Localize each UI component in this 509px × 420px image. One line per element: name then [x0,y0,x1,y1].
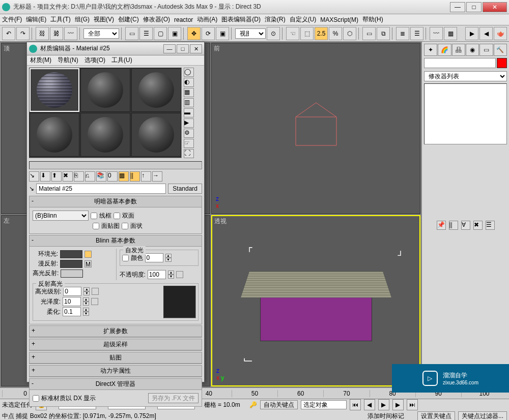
goto-start-button[interactable]: ⏮ [350,399,361,410]
menu-reactor[interactable]: reactor [174,16,193,23]
material-type-button[interactable]: Standard [168,184,202,194]
menu-file[interactable]: 文件(F) [2,15,22,24]
face-map-checkbox[interactable] [93,223,99,229]
rollout-dynamics[interactable]: +动力学属性 [30,366,202,377]
specular-color-swatch[interactable] [61,269,83,278]
make-preview-button[interactable]: ▶ [184,118,194,128]
faceted-checkbox[interactable] [122,223,128,229]
quick-render-button[interactable]: 🫖 [494,27,507,40]
shader-type-select[interactable]: (B)Blinn [33,211,89,221]
goto-end-button[interactable]: ⏭ [407,399,418,410]
material-editor-button[interactable]: ▶ [465,27,478,40]
make-copy-button[interactable]: ⎘ [74,171,84,182]
render-scene-button[interactable]: ◀ [479,27,493,40]
motion-tab[interactable]: ◉ [466,44,479,56]
self-illum-color-checkbox[interactable] [122,255,129,261]
percent-snap-button[interactable]: % [329,27,342,40]
spec-level-map-button[interactable] [92,288,99,295]
put-to-library-button[interactable]: 📚 [96,171,106,182]
play-button[interactable]: ▶ [378,399,389,410]
menu-animation[interactable]: 动画(A) [197,15,217,24]
undo-button[interactable]: ↶ [2,27,15,40]
menu-create[interactable]: 创建(C) [118,15,139,24]
rollout-supersample[interactable]: +超级采样 [30,339,202,350]
spinner-snap-button[interactable]: ⬡ [343,27,356,40]
show-end-result-button[interactable]: || [130,171,140,182]
glossiness-map-button[interactable] [91,298,98,305]
specular-level-input[interactable] [63,287,81,296]
select-scale-button[interactable]: ▣ [216,27,229,40]
soften-input[interactable] [63,307,81,316]
material-map-nav-button[interactable]: ⛶ [184,149,194,158]
menu-edit[interactable]: 编辑(E) [26,15,46,24]
layers-button[interactable]: ☰ [410,27,423,40]
object-color-swatch[interactable] [497,58,507,68]
two-sided-checkbox[interactable] [114,213,120,219]
assign-to-selection-button[interactable]: ⬆ [51,171,62,182]
pin-stack-button[interactable]: 📌 [437,221,446,230]
mirror-button[interactable]: ⧉ [377,27,390,40]
next-frame-button[interactable]: ▶ [392,399,404,410]
show-end-result-button[interactable]: || [449,221,458,230]
mat-menu-material[interactable]: 材质(M) [30,56,51,65]
pick-material-icon[interactable]: ↘ [29,185,34,192]
utilities-tab[interactable]: 🔨 [494,44,507,56]
curve-editor-button[interactable]: 〰 [430,27,443,40]
auto-key-button[interactable]: 自动关键点 [260,400,298,409]
angle-snap-button[interactable]: 2.5 [315,27,328,40]
menu-modifiers[interactable]: 修改器(O) [143,15,170,24]
mat-menu-utilities[interactable]: 工具(U) [111,56,132,65]
menu-graph[interactable]: 图表编辑器(D) [221,15,261,24]
select-by-name-button[interactable]: ☰ [139,27,153,40]
make-unique-button[interactable]: ∀ [461,221,470,230]
mat-menu-navigation[interactable]: 导航(N) [58,56,78,65]
mat-minimize-button[interactable]: — [163,44,176,53]
menu-tools[interactable]: 工具(T) [50,15,70,24]
diffuse-map-button[interactable]: M [84,260,92,267]
modifier-stack-list[interactable] [424,83,507,144]
select-rotate-button[interactable]: ⟳ [202,27,215,40]
menu-render[interactable]: 渲染(R) [265,15,286,24]
select-manipulate-button[interactable]: ☜ [286,27,299,40]
menu-help[interactable]: 帮助(H) [362,15,383,24]
get-material-button[interactable]: ↘ [29,171,39,182]
rollout-header-shader[interactable]: -明暗器基本参数 [30,196,202,207]
hierarchy-tab[interactable]: 品 [452,44,465,56]
sample-type-button[interactable]: ◯ [184,68,194,77]
mat-close-button[interactable]: ✕ [190,44,202,53]
material-editor-titlebar[interactable]: 材质编辑器 - Material #25 — □ ✕ [27,42,204,55]
unlink-button[interactable]: ⛓̸ [50,27,63,40]
close-button[interactable]: ✕ [483,2,507,12]
pivot-center-button[interactable]: ⊙ [267,27,280,40]
snap-toggle-button[interactable]: ⬚ [300,27,314,40]
reset-map-button[interactable]: ✖ [63,171,73,182]
object-name-input[interactable] [424,58,496,68]
go-forward-button[interactable]: → [152,171,162,182]
backlight-button[interactable]: ◐ [184,78,194,87]
menu-customize[interactable]: 自定义(U) [290,15,317,24]
bind-spacewarp-button[interactable]: 〰 [64,27,77,40]
select-object-button[interactable]: ▭ [125,27,138,40]
prev-frame-button[interactable]: ◀ [364,399,375,410]
select-by-material-button[interactable]: ☞ [184,139,194,148]
ambient-color-swatch[interactable] [60,250,82,258]
create-tab[interactable]: ✦ [424,44,437,56]
rollout-directx[interactable]: -DirectX 管理器 [30,379,202,390]
align-button[interactable]: ≣ [396,27,409,40]
modifier-list-select[interactable]: 修改器列表 [424,71,507,81]
wireframe-checkbox[interactable] [91,213,97,219]
dx-display-checkbox[interactable] [33,395,39,402]
schematic-button[interactable]: ▦ [444,27,457,40]
material-slot-3[interactable] [131,68,181,112]
rollout-maps[interactable]: +贴图 [30,352,202,364]
named-selection-button[interactable]: ▭ [362,27,376,40]
material-slot-1[interactable] [30,68,79,112]
show-map-button[interactable]: ▦ [119,171,129,182]
sample-uv-button[interactable]: ▥ [184,98,194,107]
mat-maximize-button[interactable]: □ [177,44,189,53]
opacity-input[interactable] [148,270,166,279]
rollout-extended[interactable]: +扩展参数 [30,326,202,337]
select-move-button[interactable]: ✥ [187,27,201,40]
material-slot-5[interactable] [80,113,130,157]
menu-views[interactable]: 视图(V) [94,15,114,24]
